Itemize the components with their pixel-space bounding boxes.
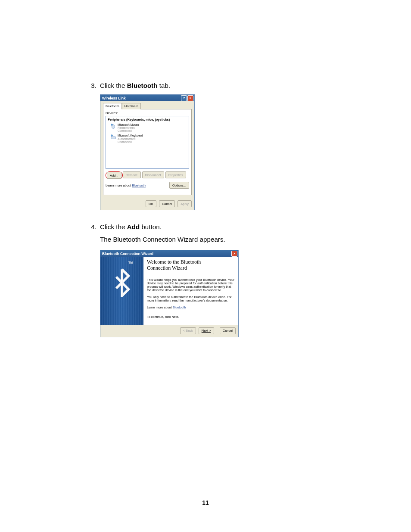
tab-content: Devices: Peripherals (Keyboards, mice, j… xyxy=(103,109,192,195)
remove-button[interactable]: Remove xyxy=(123,171,141,178)
apply-button[interactable]: Apply xyxy=(177,200,192,207)
tab-hardware[interactable]: Hardware xyxy=(122,103,141,109)
device-button-row: Add... Remove Disconnect Properties xyxy=(106,171,189,179)
wizard-footer: < Back Next > Cancel xyxy=(100,325,238,337)
bluetooth-link[interactable]: Bluetooth xyxy=(173,305,186,309)
wireless-link-dialog: Wireless Link ? × Bluetooth Hardware Dev… xyxy=(100,94,195,210)
options-button[interactable]: Options... xyxy=(169,182,189,189)
step-4-subtext: The Bluetooth Connection Wizard appears. xyxy=(100,236,327,243)
wizard-right-panel: Welcome to the Bluetooth Connection Wiza… xyxy=(143,257,238,325)
wizard-continue: To continue, click Next. xyxy=(147,315,235,319)
svg-point-3 xyxy=(111,135,113,137)
wizard-title: Bluetooth Connection Wizard xyxy=(102,252,231,256)
dialog-footer: OK Cancel Apply xyxy=(100,198,194,210)
bluetooth-link[interactable]: Bluetooth xyxy=(132,184,146,187)
devices-list-header: Peripherals (Keyboards, mice, joysticks) xyxy=(106,117,189,122)
device-name: Microsoft Keyboard xyxy=(118,134,143,137)
step-3: 3. Click the Bluetooth tab. xyxy=(85,82,327,89)
learn-more-text: Learn more about Bluetooth xyxy=(106,184,146,187)
trademark-label: TM xyxy=(128,261,133,264)
list-item[interactable]: Microsoft Mouse Remembered Connected xyxy=(106,122,189,133)
cancel-button[interactable]: Cancel xyxy=(220,327,236,334)
mouse-icon xyxy=(110,123,116,129)
close-icon[interactable]: × xyxy=(231,251,237,257)
dialog-title: Wireless Link xyxy=(102,96,181,100)
ok-button[interactable]: OK xyxy=(146,200,156,207)
wizard-left-panel: TM xyxy=(100,257,143,325)
svg-point-1 xyxy=(111,124,113,126)
devices-label: Devices: xyxy=(106,111,189,115)
bluetooth-icon xyxy=(110,268,134,298)
wizard-heading: Welcome to the Bluetooth Connection Wiza… xyxy=(147,259,235,271)
wizard-learn-more: Learn more about Bluetooth xyxy=(147,306,235,309)
device-name: Microsoft Mouse xyxy=(118,123,139,126)
connection-wizard-dialog: Bluetooth Connection Wizard × TM xyxy=(100,250,239,337)
wizard-paragraph-2: You only have to authenticate the Blueto… xyxy=(147,296,235,302)
tab-bluetooth[interactable]: Bluetooth xyxy=(103,103,122,109)
page-number: 11 xyxy=(0,499,411,506)
add-button-highlight: Add... xyxy=(106,171,123,179)
step-3-text: Click the Bluetooth tab. xyxy=(100,82,327,89)
step-4-text: Click the Add button. xyxy=(100,223,327,230)
disconnect-button[interactable]: Disconnect xyxy=(142,171,164,178)
next-button[interactable]: Next > xyxy=(199,327,214,334)
cancel-button[interactable]: Cancel xyxy=(159,200,175,207)
step-3-number: 3. xyxy=(85,82,97,89)
step-4: 4. Click the Add button. xyxy=(85,223,327,230)
list-item[interactable]: Microsoft Keyboard Authenticated Connect… xyxy=(106,133,189,144)
dialog-tabs: Bluetooth Hardware xyxy=(103,103,192,109)
dialog-titlebar: Wireless Link ? × xyxy=(100,95,194,101)
back-button[interactable]: < Back xyxy=(180,327,196,334)
help-icon[interactable]: ? xyxy=(181,95,187,101)
close-icon[interactable]: × xyxy=(187,95,193,101)
wizard-paragraph-1: This wizard helps you authenticate your … xyxy=(147,278,235,292)
wizard-titlebar: Bluetooth Connection Wizard × xyxy=(100,250,238,257)
keyboard-icon xyxy=(110,134,116,140)
add-button[interactable]: Add... xyxy=(107,172,121,179)
step-4-number: 4. xyxy=(85,223,97,230)
svg-rect-2 xyxy=(111,137,116,139)
properties-button[interactable]: Properties xyxy=(165,171,186,178)
devices-list[interactable]: Peripherals (Keyboards, mice, joysticks)… xyxy=(106,116,189,169)
